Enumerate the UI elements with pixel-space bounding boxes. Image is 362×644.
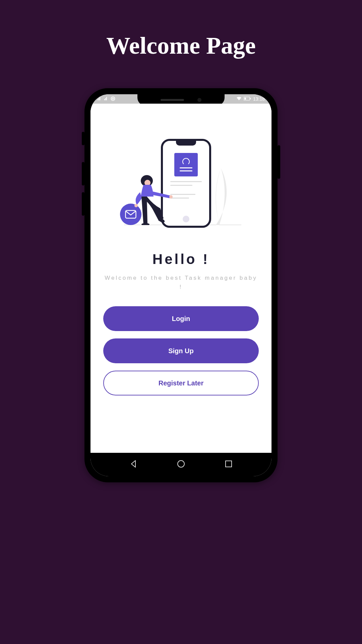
login-button[interactable]: Login [103,306,259,331]
phone-camera [197,98,201,102]
svg-point-11 [141,223,149,225]
svg-point-10 [169,195,173,199]
card-line [180,170,192,171]
welcome-headline: Hello ! [101,251,261,267]
signal-icon [104,97,108,102]
hotspot-icon [111,96,115,102]
phone-volume-down [82,192,84,216]
wifi-icon [236,96,242,102]
svg-point-0 [112,98,114,99]
svg-point-9 [134,204,138,207]
recent-icon[interactable] [224,460,233,470]
illustration-text-lines [170,181,202,199]
status-time: 13:18 [253,96,265,102]
back-icon[interactable] [129,460,138,470]
illustration-home-button [183,216,189,222]
leaf-decoration [209,168,233,225]
phone-speaker [161,99,184,101]
svg-rect-4 [244,98,246,100]
battery-icon [244,96,251,102]
home-icon[interactable] [177,460,185,470]
svg-rect-14 [226,461,232,467]
profile-card-icon [174,153,198,176]
welcome-illustration [101,130,261,228]
svg-point-13 [178,461,184,467]
phone-mockup-frame: 13:18 [84,88,278,482]
welcome-button-group: Login Sign Up Register Later [101,306,261,395]
signup-button[interactable]: Sign Up [103,338,259,363]
svg-rect-5 [250,98,251,99]
welcome-subtitle: Welcome to the best Task manager baby ! [101,273,261,291]
signal-icon [97,97,101,102]
phone-volume-up [82,162,84,185]
android-nav-bar [90,453,272,476]
person-illustration [127,175,174,225]
app-welcome-screen: Hello ! Welcome to the best Task manager… [90,104,272,453]
page-title: Welcome Page [0,0,362,60]
phone-screen: 13:18 [90,94,272,476]
register-later-button[interactable]: Register Later [103,371,259,395]
card-line [180,167,192,168]
profile-avatar-icon [182,158,190,165]
phone-power-button [278,145,280,179]
phone-side-button [82,132,84,145]
